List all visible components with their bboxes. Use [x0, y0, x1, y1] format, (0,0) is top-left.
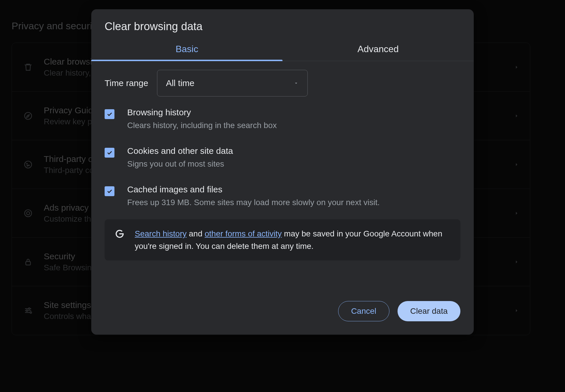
option-title: Cookies and other site data	[127, 146, 233, 156]
info-text: Search history and other forms of activi…	[135, 227, 451, 253]
clear-data-button[interactable]: Clear data	[398, 301, 460, 321]
cancel-button[interactable]: Cancel	[338, 301, 389, 321]
option-browsing-history[interactable]: Browsing history Clears history, includi…	[91, 100, 474, 138]
dialog-button-row: Cancel Clear data	[91, 260, 474, 329]
checkbox-cached[interactable]	[105, 186, 114, 196]
checkbox-browsing-history[interactable]	[105, 109, 114, 119]
option-cached[interactable]: Cached images and files Frees up 319 MB.…	[91, 177, 474, 216]
option-subtitle: Signs you out of most sites	[127, 158, 233, 169]
modal-overlay: Clear browsing data Basic Advanced Time …	[0, 0, 565, 392]
time-range-label: Time range	[105, 78, 148, 88]
dialog-tab-row: Basic Advanced	[91, 40, 474, 61]
option-subtitle: Frees up 319 MB. Some sites may load mor…	[127, 197, 380, 208]
option-cookies[interactable]: Cookies and other site data Signs you ou…	[91, 138, 474, 177]
option-title: Cached images and files	[127, 185, 380, 194]
dialog-title: Clear browsing data	[91, 9, 474, 40]
tab-basic[interactable]: Basic	[91, 40, 282, 61]
google-g-icon	[114, 229, 125, 239]
link-other-activity[interactable]: other forms of activity	[205, 229, 282, 238]
option-title: Browsing history	[127, 107, 277, 117]
option-subtitle: Clears history, including in the search …	[127, 120, 277, 131]
google-account-info-box: Search history and other forms of activi…	[105, 219, 460, 261]
clear-browsing-data-dialog: Clear browsing data Basic Advanced Time …	[91, 9, 474, 335]
time-range-select[interactable]: All time	[157, 70, 308, 96]
time-range-value: All time	[166, 78, 194, 88]
time-range-row: Time range All time	[91, 61, 474, 100]
tab-advanced[interactable]: Advanced	[282, 40, 474, 61]
chevron-down-icon	[294, 81, 299, 86]
checkbox-cookies[interactable]	[105, 148, 114, 158]
link-search-history[interactable]: Search history	[135, 229, 187, 238]
